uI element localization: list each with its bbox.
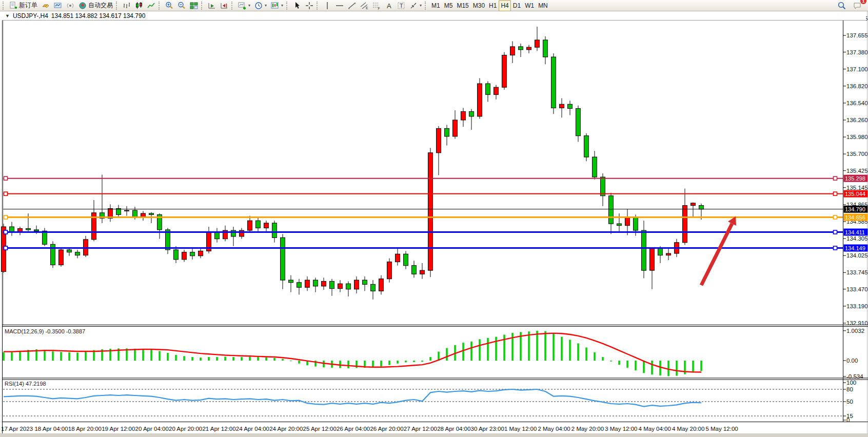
toolbar-group-grip	[231, 2, 234, 10]
svg-text:4 May 20:00: 4 May 20:00	[672, 426, 704, 432]
chart-title-bar: ▼ USDJPY-,H4 134.851 134.882 134.617 134…	[2, 11, 866, 21]
svg-text:26 Apr 04:00: 26 Apr 04:00	[337, 426, 370, 432]
label-button[interactable]: T	[395, 0, 407, 11]
svg-text:100: 100	[846, 380, 856, 386]
svg-text:134.149: 134.149	[845, 245, 865, 251]
svg-text:26 Apr 20:00: 26 Apr 20:00	[370, 426, 403, 432]
trendline-button[interactable]	[346, 0, 358, 11]
line-handle[interactable]	[4, 192, 8, 195]
line-handle[interactable]	[834, 246, 837, 250]
line-handle[interactable]	[4, 246, 8, 250]
macd-indicator-label: MACD(12,26,9) -0.3500 -0.3887	[5, 328, 85, 334]
chevron-down-icon[interactable]: ▾	[265, 3, 267, 8]
cursor-button[interactable]	[291, 0, 303, 11]
toolbar-group-grip	[317, 2, 319, 10]
bar-chart-button[interactable]	[121, 0, 133, 11]
svg-text:1 May 12:00: 1 May 12:00	[504, 426, 537, 432]
chart-symbol-period: USDJPY-,H4	[13, 12, 48, 19]
line-handle[interactable]	[834, 176, 837, 180]
new-order-button-label: 新订单	[19, 1, 37, 10]
notification-badge: 1	[860, 0, 866, 4]
zoom-in-button[interactable]	[163, 0, 175, 11]
timeframe-M30[interactable]: M30	[471, 0, 487, 11]
timeframe-M15[interactable]: M15	[455, 0, 470, 11]
chevron-down-icon[interactable]: ▾	[281, 3, 283, 8]
svg-text:134.305: 134.305	[846, 235, 868, 242]
svg-text:137.100: 137.100	[846, 66, 868, 72]
svg-text:4 May 04:00: 4 May 04:00	[639, 426, 671, 432]
timeframe-W1[interactable]: W1	[523, 0, 536, 11]
toolbar-group-grip	[159, 2, 161, 10]
timeframe-H1[interactable]: H1	[487, 0, 499, 11]
signals-button[interactable]	[64, 0, 76, 11]
new-order-icon	[9, 2, 17, 10]
line-handle[interactable]	[834, 192, 837, 195]
svg-text:136.260: 136.260	[846, 117, 868, 123]
new-order-button[interactable]: 新订单	[7, 0, 40, 11]
timeframe-H4[interactable]: H4	[499, 0, 510, 11]
svg-text:50: 50	[846, 399, 853, 405]
zoom-out-button[interactable]	[175, 0, 188, 11]
candlestick-button[interactable]	[133, 0, 145, 11]
vline-icon	[323, 2, 331, 10]
svg-text:30 Apr 23:00: 30 Apr 23:00	[471, 426, 504, 432]
timeframe-M5[interactable]: M5	[442, 0, 455, 11]
line-handle[interactable]	[4, 230, 8, 234]
arrows-button[interactable]: ▾	[407, 0, 424, 11]
templates-button[interactable]: ▾	[269, 0, 285, 11]
channel-icon: E	[360, 2, 368, 10]
timeframe-MN[interactable]: MN	[536, 0, 550, 11]
svg-text:134.411: 134.411	[845, 229, 865, 235]
tile-windows-button[interactable]	[188, 0, 200, 11]
timeframe-H1-label: H1	[489, 2, 497, 9]
timeframe-D1[interactable]: D1	[511, 0, 523, 11]
chevron-down-icon[interactable]: ▾	[248, 3, 250, 8]
svg-text:18 Apr 20:00: 18 Apr 20:00	[68, 426, 102, 432]
line-handle[interactable]	[4, 176, 8, 180]
market-watch-button[interactable]	[40, 0, 52, 11]
bars-icon	[123, 2, 131, 10]
horizontal-line-button[interactable]	[333, 0, 346, 11]
svg-text:136.820: 136.820	[846, 83, 868, 89]
timeframe-MN-label: MN	[538, 2, 548, 9]
svg-text:0.00: 0.00	[846, 357, 858, 364]
text-button[interactable]: A	[383, 0, 395, 11]
fibonacci-button[interactable]: F	[370, 0, 383, 11]
auto-scroll-button[interactable]	[206, 0, 218, 11]
tile-icon	[190, 2, 198, 10]
line-handle[interactable]	[834, 215, 837, 219]
charts-button[interactable]	[52, 0, 64, 11]
channel-button[interactable]: E	[358, 0, 370, 11]
search-button[interactable]	[836, 0, 848, 11]
zoom-out-icon	[177, 2, 186, 10]
autotrade-button[interactable]: 自动交易	[76, 0, 115, 11]
chevron-down-icon[interactable]: ▾	[420, 3, 422, 8]
line-handle[interactable]	[4, 215, 8, 219]
crosshair-button[interactable]	[303, 0, 315, 11]
svg-text:28 Apr 04:00: 28 Apr 04:00	[437, 426, 470, 432]
chart-svg: 137.935137.655137.380137.100136.820136.5…	[0, 0, 868, 437]
timeframe-M1[interactable]: M1	[429, 0, 442, 11]
svg-text:27 Apr 12:00: 27 Apr 12:00	[404, 426, 437, 432]
svg-text:136.540: 136.540	[846, 100, 868, 106]
svg-text:T: T	[400, 3, 403, 9]
chart-canvas[interactable]: 137.935137.655137.380137.100136.820136.5…	[0, 0, 868, 437]
line-chart-button[interactable]	[145, 0, 157, 11]
svg-text:133.190: 133.190	[846, 303, 868, 309]
template-icon	[271, 2, 279, 10]
trendline-icon	[348, 2, 356, 10]
chart-shift-button[interactable]	[218, 0, 230, 11]
cursor-icon	[293, 2, 301, 10]
charts-icon	[54, 2, 62, 10]
svg-text:134.025: 134.025	[846, 252, 868, 259]
rsi-indicator-label: RSI(14) 47.2198	[5, 381, 46, 387]
chart-dropdown-icon[interactable]: ▼	[5, 13, 10, 18]
vertical-line-button[interactable]	[321, 0, 333, 11]
periods-button[interactable]: ▾	[252, 0, 269, 11]
svg-text:135.298: 135.298	[845, 175, 865, 182]
new-chart-button[interactable]: ▾	[236, 0, 252, 11]
svg-text:2 May 20:00: 2 May 20:00	[571, 426, 604, 432]
svg-text:17 Apr 2023: 17 Apr 2023	[1, 426, 33, 432]
line-handle[interactable]	[834, 230, 837, 234]
toolbar-group-grip	[286, 2, 289, 10]
